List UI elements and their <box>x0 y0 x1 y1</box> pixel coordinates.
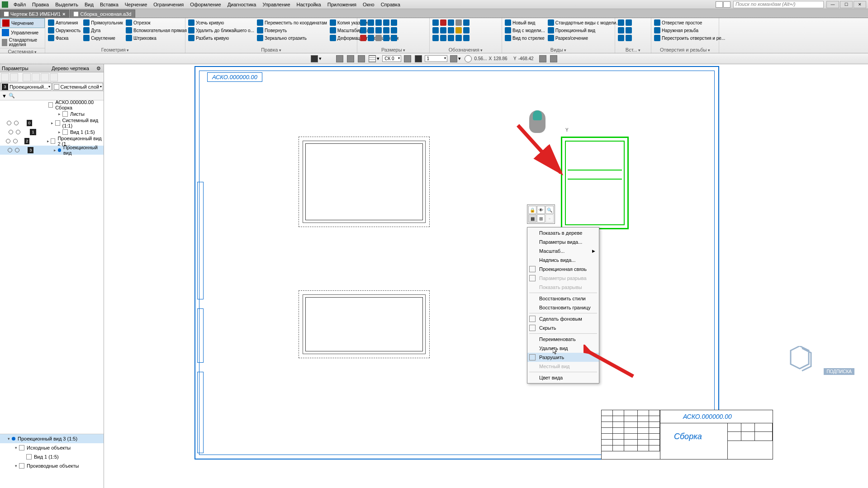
mode-std-parts[interactable]: Стандартные изделия <box>0 37 45 48</box>
close-button[interactable]: ✕ <box>854 1 866 8</box>
menu-Настройка[interactable]: Настройка <box>294 1 324 8</box>
ribbon-tool[interactable]: Новый вид <box>504 19 546 26</box>
ribbon-tool[interactable]: Вид по стрелке <box>504 34 546 42</box>
tab-close-icon[interactable]: × <box>62 11 65 17</box>
ribbon-tool[interactable]: Проекционный вид <box>547 27 621 34</box>
ctx-item[interactable]: Цвет вида <box>527 373 599 382</box>
tree-filter[interactable]: ▼ 🔍 <box>0 91 104 100</box>
maximize-button[interactable]: ☐ <box>840 1 853 8</box>
annot-tool[interactable] <box>432 27 470 34</box>
ribbon-tool[interactable]: Вид с модели... <box>504 27 546 34</box>
ctx-item[interactable]: Параметры вида... <box>527 237 599 246</box>
pb-tool[interactable] <box>414 54 423 63</box>
annot-tool[interactable] <box>432 34 470 42</box>
pb-grid[interactable]: ▾ <box>368 54 380 63</box>
tree-btn[interactable] <box>50 73 58 81</box>
tree-item[interactable]: ▸Листы <box>0 109 104 118</box>
tree-btn[interactable] <box>41 73 49 81</box>
ribbon-tool[interactable]: Зеркально отразить <box>256 34 328 42</box>
link-icon[interactable]: ▦ <box>528 214 536 223</box>
menu-Управление[interactable]: Управление <box>260 1 293 8</box>
ctx-item[interactable]: Проекционная связь <box>527 265 599 274</box>
mode-manage[interactable]: Управление <box>0 28 45 37</box>
menu-Приложения[interactable]: Приложения <box>325 1 359 8</box>
mode-drawing[interactable]: Черчение <box>0 18 45 28</box>
ctx-item[interactable]: Восстановить стили <box>527 294 599 303</box>
ribbon-tool[interactable]: Штриховка <box>125 34 188 42</box>
drawing-canvas[interactable]: АСКО.000000.00 Y <box>104 64 868 488</box>
menu-Правка[interactable]: Правка <box>29 1 52 8</box>
ribbon-tool[interactable]: Отрезок <box>125 19 188 26</box>
projection-view-1[interactable] <box>299 137 430 227</box>
title-block[interactable]: АСКО.000000.00 Сборка <box>601 410 773 460</box>
menu-Вставка[interactable]: Вставка <box>97 1 121 8</box>
pb-tool[interactable] <box>357 54 366 63</box>
tree-detail-item[interactable]: ▾Проекционный вид 3 (1:5) <box>0 434 104 443</box>
tree-detail-item[interactable]: Вид 1 (1:5) <box>0 452 104 461</box>
gear-icon[interactable]: ⚙ <box>96 66 102 71</box>
ribbon-tool[interactable]: Разрез/сечение <box>547 34 621 42</box>
view-combo[interactable]: 3Проекционный... <box>0 83 52 90</box>
pb-tool[interactable] <box>346 54 355 63</box>
ribbon-tool[interactable]: Отверстие простое <box>653 19 726 26</box>
tree-item[interactable]: 1▸Вид 1 (1:5) <box>0 128 104 137</box>
ribbon-tool[interactable]: Перестроить отверстия и ре... <box>653 34 726 42</box>
pb-tool[interactable] <box>335 54 344 63</box>
pb-tool[interactable] <box>549 54 558 63</box>
ribbon-tool[interactable]: Удалить до ближайшего о... <box>187 27 255 34</box>
layer-combo[interactable]: Системный слой <box>52 83 104 90</box>
ctx-item[interactable]: Масштаб...▶ <box>527 246 599 256</box>
zoom-icon[interactable]: 🔍 <box>545 206 554 214</box>
doc-tab[interactable]: Чертеж БЕЗ ИМЕНИ1× <box>0 9 69 18</box>
zoom-tool[interactable]: ▾ <box>449 54 462 63</box>
ribbon-tool[interactable]: Окружность <box>47 27 81 34</box>
menu-Выделить[interactable]: Выделить <box>52 1 81 8</box>
tree-item[interactable]: 0▸Системный вид (1:1) <box>0 118 104 128</box>
doc-tab[interactable]: Сборка_основная.a3d <box>70 9 135 18</box>
ins-tool[interactable] <box>617 19 633 26</box>
ribbon-tool[interactable]: Переместить по координатам <box>256 19 328 26</box>
layout-switcher[interactable] <box>716 1 730 8</box>
menu-Черчение[interactable]: Черчение <box>122 1 150 8</box>
ctx-item[interactable]: Надпись вида... <box>527 256 599 265</box>
ribbon-tool[interactable]: Фаска <box>47 34 81 42</box>
tree-btn[interactable] <box>10 73 18 81</box>
params-panel-header[interactable]: Параметры <box>0 64 50 72</box>
ins-tool[interactable] <box>617 27 633 34</box>
pb-tool[interactable] <box>403 54 412 63</box>
ribbon-tool[interactable]: Вспомогательная прямая <box>125 27 188 34</box>
ribbon-tool[interactable]: Разбить кривую <box>187 34 255 42</box>
ribbon-tool[interactable]: Прямоугольник <box>82 19 124 26</box>
zoom-tool[interactable] <box>464 54 473 63</box>
tree-root[interactable]: АСКО.000000.00 Сборка <box>0 100 104 109</box>
menu-Вид[interactable]: Вид <box>82 1 96 8</box>
pb-tool[interactable] <box>538 54 547 63</box>
ctx-item[interactable]: Переименовать <box>527 335 599 344</box>
tree-btn[interactable] <box>32 73 40 81</box>
ctx-item[interactable]: Сделать фоновым <box>527 314 599 323</box>
dim-tool[interactable] <box>359 34 398 42</box>
menu-Окно[interactable]: Окно <box>360 1 377 8</box>
lock-icon[interactable]: 🔒 <box>528 206 536 214</box>
tree-btn[interactable] <box>23 73 31 81</box>
menu-Справка[interactable]: Справка <box>378 1 403 8</box>
ribbon-tool[interactable]: Автолиния <box>47 19 81 26</box>
ctx-item[interactable]: Скрыть <box>527 323 599 332</box>
ctx-item[interactable]: Разрушить <box>527 353 599 362</box>
annot-tool[interactable] <box>432 19 470 26</box>
tree-detail-item[interactable]: ▾Производные объекты <box>0 461 104 470</box>
coord-system-select[interactable]: СК 0 <box>382 55 401 62</box>
ribbon-tool[interactable]: Усечь кривую <box>187 19 255 26</box>
ribbon-tool[interactable]: Стандартные виды с модели... <box>547 19 621 26</box>
menu-Оформление[interactable]: Оформление <box>187 1 223 8</box>
selected-projection-view[interactable] <box>561 137 629 229</box>
tree-item[interactable]: 3▸Проекционный вид <box>0 146 104 155</box>
menu-Диагностика[interactable]: Диагностика <box>225 1 259 8</box>
hide-icon[interactable]: 👁 <box>537 206 545 214</box>
tree-btn[interactable] <box>1 73 9 81</box>
dim-tool[interactable] <box>359 19 398 26</box>
menu-Ограничения[interactable]: Ограничения <box>151 1 186 8</box>
tree-panel-header[interactable]: Дерево чертежа⚙ <box>50 64 104 72</box>
ctx-item[interactable]: Удалить вид <box>527 344 599 353</box>
minimize-button[interactable]: — <box>826 1 839 8</box>
